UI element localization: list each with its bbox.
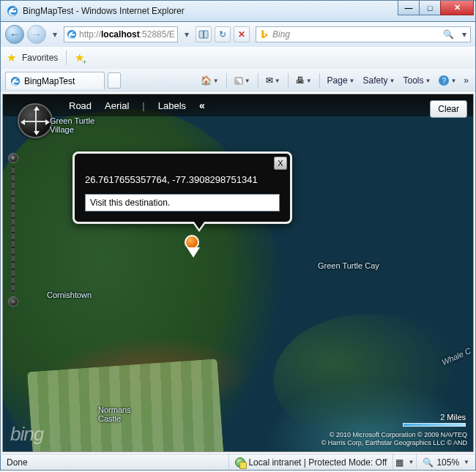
command-bar: 🏠▼ ◥▼ ✉▼ 🖶▼ Page▼ Safety▼ Tools▼ ?▼ » [198,72,471,89]
bing-logo: bing [10,423,43,446]
nav-history-dropdown[interactable]: ▾ [49,29,61,40]
window-minimize-button[interactable]: — [398,1,420,15]
search-box[interactable]: Bing 🔍 ▾ [256,26,471,42]
clear-button[interactable]: Clear [430,100,467,118]
search-button[interactable]: 🔍 [441,29,455,40]
tools-menu[interactable]: Tools▼ [400,72,434,89]
place-label: Green Turtle Village [50,116,94,134]
zoom-icon: 🔍 [423,457,434,468]
status-zone: Local intranet | Protected Mode: Off [229,454,393,470]
print-icon: 🖶 [296,75,305,86]
map-infobox: X 26.7617655357764, -77.3908298751341 [72,151,292,224]
window-titlebar: BingMapTest - Windows Internet Explorer … [0,0,476,22]
tab-page-icon [10,76,21,86]
print-button[interactable]: 🖶▼ [293,72,315,89]
infobox-note-input[interactable] [85,194,280,211]
status-protected-icon[interactable]: ▦▼ [393,454,417,470]
map-zoom-control[interactable]: + − [7,153,19,307]
status-text: Done [1,454,229,470]
page-content: Road Aerial | Labels « + − Clear Green T… [0,92,476,454]
back-button[interactable]: ← [5,25,24,44]
forward-button[interactable]: → [27,25,46,44]
map-style-road[interactable]: Road [69,100,92,111]
add-favorite-icon[interactable]: ★+ [75,51,84,64]
tab-bingmaptest[interactable]: BingMapTest [5,72,105,89]
infobox-close-button[interactable]: X [274,157,287,170]
refresh-button[interactable]: ↻ [215,26,231,42]
map-scale: 2 Miles [403,413,466,427]
search-dropdown[interactable]: ▾ [458,29,470,40]
help-button[interactable]: ?▼ [436,72,459,89]
stop-button[interactable]: ✕ [234,26,250,42]
compat-view-button[interactable] [196,26,212,42]
favorites-star-icon[interactable]: ★ [7,51,16,64]
address-dropdown[interactable]: ▾ [181,29,193,40]
place-label: Cornishtown [47,291,92,299]
home-button[interactable]: 🏠▼ [198,72,222,89]
map-collapse-icon[interactable]: « [199,100,203,111]
address-url: http://localhost:52885/E [79,29,175,40]
bing-icon [259,29,269,40]
ie-icon [7,5,18,17]
zone-icon [235,457,245,468]
rss-icon: ◥ [234,77,243,85]
new-tab-button[interactable] [108,72,121,89]
zoom-slider[interactable] [12,166,15,293]
map-style-labels[interactable]: Labels [158,100,186,111]
feeds-button[interactable]: ◥▼ [231,72,253,89]
tab-bar: BingMapTest 🏠▼ ◥▼ ✉▼ 🖶▼ Page▼ Safety▼ To… [0,69,476,92]
svg-rect-3 [203,31,204,38]
map-copyright: © 2010 Microsoft Corporation © 2009 NAVT… [321,431,467,447]
status-zoom[interactable]: 🔍 105% ▼ [417,454,475,470]
zoom-out-button[interactable]: − [8,296,18,307]
map-viewport[interactable]: Road Aerial | Labels « + − Clear Green T… [2,94,474,452]
status-bar: Done Local intranet | Protected Mode: Of… [0,454,476,471]
shield-icon: ▦ [395,457,404,468]
window-maximize-button[interactable]: □ [419,1,441,15]
safety-menu[interactable]: Safety▼ [360,72,398,89]
map-style-aerial[interactable]: Aerial [105,100,129,111]
place-label: Green Turtle Cay [318,261,379,270]
help-icon: ? [439,75,449,86]
favorites-bar: ★ Favorites ★+ [0,47,476,69]
zoom-in-button[interactable]: + [8,153,18,163]
map-style-bar: Road Aerial | Labels « [3,94,473,116]
infobox-coordinates: 26.7617655357764, -77.3908298751341 [85,174,280,185]
page-icon [67,29,77,40]
place-label: Normans Castle [98,405,131,423]
window-title: BingMapTest - Windows Internet Explorer [23,6,185,16]
readmail-button[interactable]: ✉▼ [263,72,283,89]
tab-title: BingMapTest [24,76,75,86]
mail-icon: ✉ [266,75,273,86]
page-menu[interactable]: Page▼ [324,72,358,89]
favorites-label[interactable]: Favorites [22,53,58,63]
map-pushpin[interactable] [185,235,202,260]
window-close-button[interactable]: ✕ [440,1,474,15]
nav-toolbar: ← → ▾ http://localhost:52885/E ▾ ↻ ✕ Bin… [0,22,476,47]
map-pan-compass[interactable] [18,103,53,138]
command-overflow[interactable]: » [461,75,471,86]
address-bar[interactable]: http://localhost:52885/E [64,26,178,42]
search-placeholder: Bing [272,29,290,40]
home-icon: 🏠 [201,75,212,86]
